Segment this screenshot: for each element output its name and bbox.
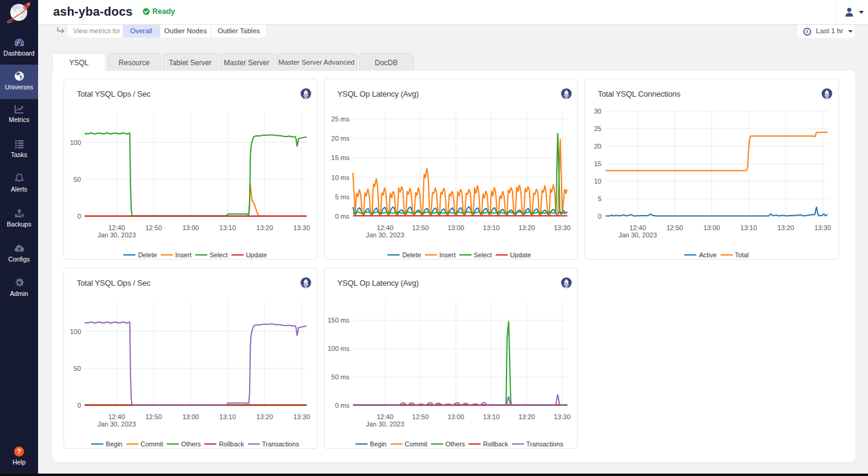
svg-text:12:40: 12:40 [377,413,394,420]
svg-text:13:20: 13:20 [519,224,536,231]
svg-text:12:40: 12:40 [108,224,125,231]
svg-text:12:50: 12:50 [412,224,429,231]
svg-text:5: 5 [598,195,601,202]
svg-text:0 ms: 0 ms [335,213,349,220]
svg-text:20 ms: 20 ms [331,135,349,142]
svg-text:50: 50 [74,176,81,183]
svg-text:13:00: 13:00 [704,224,721,231]
svg-text:13:10: 13:10 [483,413,500,420]
svg-text:50: 50 [74,365,81,372]
svg-text:13:00: 13:00 [447,413,464,420]
svg-text:13:00: 13:00 [183,224,199,231]
svg-text:15: 15 [594,160,601,167]
svg-text:Jan 30, 2023: Jan 30, 2023 [97,231,136,239]
svg-text:13:30: 13:30 [814,224,831,231]
svg-text:12:50: 12:50 [666,224,683,231]
svg-text:100: 100 [70,328,81,335]
svg-text:5 ms: 5 ms [335,193,349,201]
svg-text:13:30: 13:30 [554,413,571,420]
svg-text:13:30: 13:30 [293,413,310,420]
svg-text:20: 20 [594,143,601,150]
svg-text:0: 0 [77,213,81,220]
svg-text:12:50: 12:50 [412,413,429,420]
svg-text:12:40: 12:40 [629,224,646,231]
svg-text:13:20: 13:20 [256,413,273,420]
svg-text:Jan 30, 2023: Jan 30, 2023 [366,420,404,428]
svg-text:13:10: 13:10 [740,224,757,231]
svg-text:13:10: 13:10 [483,224,500,231]
svg-text:15 ms: 15 ms [331,154,349,161]
svg-text:?: ? [17,448,21,455]
svg-text:13:30: 13:30 [293,224,310,231]
svg-text:150 ms: 150 ms [328,317,350,324]
svg-text:Jan 30, 2023: Jan 30, 2023 [618,231,657,239]
svg-text:13:00: 13:00 [447,224,464,231]
svg-text:25: 25 [594,125,601,132]
svg-text:13:20: 13:20 [256,224,273,231]
svg-text:100: 100 [70,139,81,146]
svg-text:50 ms: 50 ms [331,373,349,381]
svg-text:25 ms: 25 ms [331,115,349,123]
svg-text:13:20: 13:20 [777,224,794,231]
svg-text:12:40: 12:40 [377,224,394,231]
svg-text:13:00: 13:00 [183,413,199,420]
svg-text:13:30: 13:30 [554,224,571,231]
svg-text:10 ms: 10 ms [331,174,349,181]
svg-text:Jan 30, 2023: Jan 30, 2023 [366,231,404,239]
svg-text:13:10: 13:10 [219,413,236,420]
svg-text:30: 30 [594,108,601,115]
svg-text:13:10: 13:10 [219,224,236,231]
svg-text:12:50: 12:50 [145,413,162,420]
svg-text:0: 0 [77,402,81,409]
svg-text:13:20: 13:20 [519,413,536,420]
svg-text:12:50: 12:50 [145,224,162,231]
svg-text:100 ms: 100 ms [328,345,350,352]
svg-text:12:40: 12:40 [108,413,125,420]
svg-text:0 ms: 0 ms [335,402,349,409]
svg-text:0: 0 [598,213,601,220]
svg-text:Jan 30, 2023: Jan 30, 2023 [97,420,136,428]
svg-text:10: 10 [594,178,601,185]
